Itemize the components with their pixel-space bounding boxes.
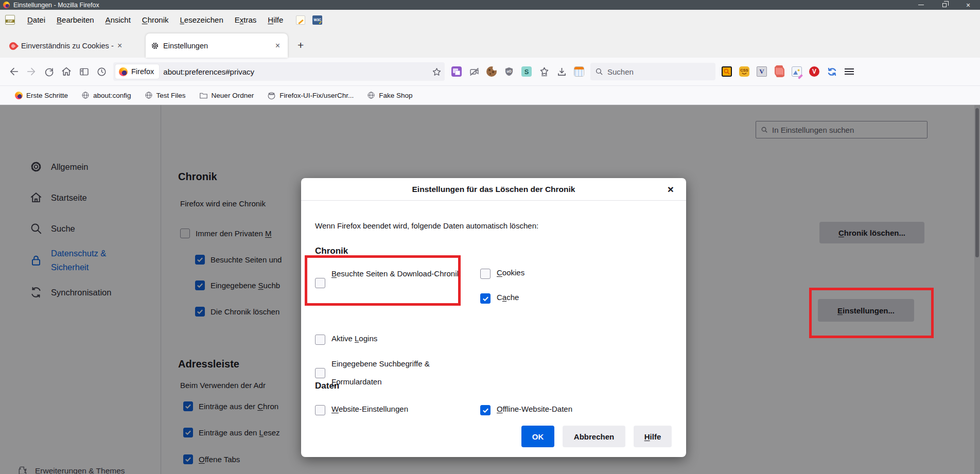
extension-video-v[interactable]: V (806, 63, 823, 80)
extension-camera-blocked[interactable] (465, 63, 483, 80)
menu-lesezeichen[interactable]: Lesezeichen (174, 13, 229, 26)
checkbox[interactable] (315, 405, 325, 415)
checkbox-label: Cache (497, 293, 519, 304)
bookmark-test-files[interactable]: Test Files (145, 91, 186, 99)
tab-label: Einstellungen (163, 42, 273, 50)
identity-label: Firefox (131, 67, 154, 76)
bookmark-about-config[interactable]: about:config (81, 91, 131, 99)
checkbox-label: Website-Einstellungen (331, 405, 408, 415)
flame-favicon (8, 40, 19, 51)
bookmark-label: Neuer Ordner (212, 92, 254, 99)
checkbox-label: Eingegebene Suchbegriffe & Formulardaten (331, 355, 480, 391)
checkbox[interactable] (480, 269, 491, 279)
dialog-checkbox-cache[interactable]: Cache (480, 293, 519, 304)
w3c-validator-icon[interactable]: W3C (312, 15, 322, 25)
extension-sync-arrows[interactable] (823, 63, 841, 80)
checkbox[interactable] (315, 335, 325, 345)
zip-document-icon[interactable] (5, 15, 15, 25)
bookmark-label: Erste Schritte (26, 92, 68, 99)
extension-orange-magnifier[interactable] (718, 63, 736, 80)
menu-chronik[interactable]: Chronik (136, 13, 174, 26)
ok-button[interactable]: OK (521, 426, 554, 447)
close-button[interactable]: × (956, 0, 980, 10)
cancel-button[interactable]: Abbrechen (563, 426, 625, 447)
bookmark-neuer-ordner[interactable]: Neuer Ordner (199, 92, 254, 99)
extension-userscript-scroll[interactable] (771, 63, 788, 80)
clear-history-settings-dialog: Einstellungen für das Löschen der Chroni… (301, 178, 686, 457)
folder-icon (199, 92, 208, 99)
search-bar[interactable]: Suchen (590, 63, 715, 80)
dialog-checkbox-suchbegriffe[interactable]: Eingegebene Suchbegriffe & Formulardaten (315, 355, 480, 391)
reload-icon (44, 66, 55, 77)
forward-button[interactable] (23, 63, 40, 80)
dialog-section-chronik: Chronik (315, 246, 348, 256)
help-button[interactable]: Hilfe (634, 426, 672, 447)
dialog-checkbox-cookies[interactable]: Cookies (480, 268, 524, 279)
dialog-header: Einstellungen für das Löschen der Chroni… (301, 178, 686, 201)
minimize-button[interactable] (909, 0, 933, 10)
bookmark-firefox-ui-fix[interactable]: Firefox-UI-Fix/userChr... (267, 91, 354, 100)
globe-icon (367, 91, 375, 99)
menu-bar: Datei Bearbeiten Ansicht Chronik Lesezei… (0, 10, 980, 30)
bookmark-label: Fake Shop (379, 92, 412, 99)
dialog-section-daten: Daten (315, 381, 339, 391)
extension-stylus[interactable]: S (518, 63, 535, 80)
sidebar-toggle-button[interactable] (75, 63, 93, 80)
home-button[interactable] (58, 63, 75, 80)
annotation-box-besuchte-seiten (305, 255, 461, 306)
bookmark-label: about:config (93, 92, 131, 99)
app-menu-button[interactable] (841, 63, 858, 80)
dialog-checkbox-aktive-logins[interactable]: Aktive Logins (315, 334, 377, 345)
menu-hilfe[interactable]: Hilfe (262, 13, 289, 26)
extension-v-square[interactable]: V (753, 63, 771, 80)
tab-close-icon[interactable]: × (115, 41, 125, 50)
extension-ublock-shield[interactable]: uO (500, 63, 518, 80)
clock-icon (96, 66, 107, 77)
firefox-logo-icon (119, 67, 128, 76)
extension-bookmark-star[interactable] (535, 63, 553, 80)
tab-cookie-consent[interactable]: Einverständnis zu Cookies - × (5, 36, 135, 56)
bookmark-fake-shop[interactable]: Fake Shop (367, 91, 412, 99)
bookmarks-toolbar: Erste Schritte about:config Test Files N… (0, 85, 980, 105)
checkbox[interactable] (480, 293, 491, 304)
bookmark-label: Firefox-UI-Fix/userChr... (279, 92, 354, 99)
menu-extras[interactable]: Extras (229, 13, 262, 26)
notes-icon[interactable] (296, 15, 305, 25)
dialog-description: Wenn Firefox beendet wird, folgende Date… (315, 221, 538, 230)
minimize-icon (918, 5, 924, 5)
extension-download[interactable] (553, 63, 570, 80)
svg-text:uO: uO (506, 69, 511, 73)
menu-datei[interactable]: Datei (22, 13, 51, 26)
extension-table-grid[interactable] (570, 63, 588, 80)
dialog-button-row: OK Abbrechen Hilfe (521, 426, 672, 447)
extension-tab-manager[interactable] (448, 63, 465, 80)
sidebar-icon (79, 66, 90, 77)
reload-button[interactable] (40, 63, 58, 80)
back-button[interactable] (5, 63, 23, 80)
window-title: Einstellungen - Mozilla Firefox (13, 2, 99, 9)
new-tab-button[interactable]: + (297, 39, 304, 51)
firefox-icon (15, 92, 23, 99)
identity-chip[interactable]: Firefox (115, 64, 159, 79)
bookmark-label: Test Files (156, 92, 186, 99)
checkbox[interactable] (315, 368, 325, 378)
url-bar[interactable]: Firefox about:preferences#privacy (113, 62, 445, 81)
bookmark-erste-schritte[interactable]: Erste Schritte (15, 92, 68, 99)
menu-bearbeiten[interactable]: Bearbeiten (51, 13, 100, 26)
restore-button[interactable] (933, 0, 956, 10)
dialog-checkbox-offline-daten[interactable]: Offline-Website-Daten (480, 405, 572, 415)
extension-image-editor[interactable] (788, 63, 806, 80)
extension-cookie[interactable] (483, 63, 500, 80)
dialog-close-button[interactable]: × (663, 182, 678, 197)
forward-icon (26, 66, 37, 77)
history-button[interactable] (93, 63, 110, 80)
checkbox[interactable] (480, 405, 491, 415)
extension-css-smiley[interactable]: CSS (736, 63, 753, 80)
home-icon (61, 66, 72, 77)
tab-close-icon[interactable]: × (273, 41, 283, 50)
bookmark-star-icon[interactable] (432, 67, 442, 77)
dialog-checkbox-website-einstellungen[interactable]: Website-Einstellungen (315, 405, 408, 415)
menu-ansicht[interactable]: Ansicht (100, 13, 136, 26)
url-text[interactable]: about:preferences#privacy (163, 67, 432, 76)
tab-einstellungen[interactable]: Einstellungen × (146, 33, 288, 58)
